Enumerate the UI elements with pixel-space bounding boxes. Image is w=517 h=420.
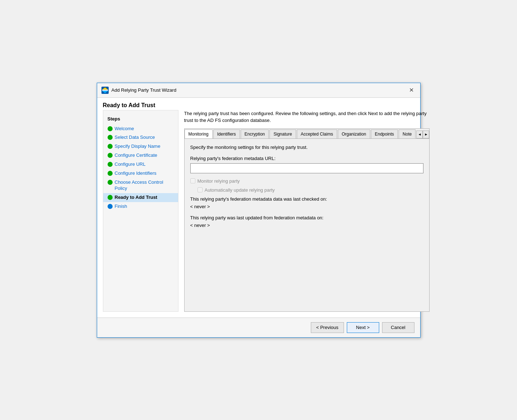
previous-button[interactable]: < Previous	[311, 322, 344, 333]
sidebar-label-finish: Finish	[115, 204, 127, 210]
titlebar-left: Add Relying Party Trust Wizard	[101, 87, 177, 94]
sidebar-label-configure-identifiers: Configure Identifiers	[115, 170, 157, 177]
monitor-checkbox-label: Monitor relying party	[198, 178, 240, 184]
sidebar-item-ready-to-add[interactable]: Ready to Add Trust	[103, 193, 178, 202]
dot-configure-certificate	[108, 153, 113, 158]
intro-text: The relying party trust has been configu…	[184, 110, 430, 124]
sidebar-item-configure-certificate[interactable]: Configure Certificate	[103, 151, 178, 160]
last-updated-value: < never >	[190, 223, 424, 228]
last-updated-label: This relying party was last updated from…	[190, 215, 424, 220]
url-field-label: Relying party's federation metadata URL:	[190, 156, 424, 161]
tab-identifiers[interactable]: Identifiers	[213, 129, 240, 138]
tab-monitoring[interactable]: Monitoring	[185, 129, 213, 139]
auto-update-checkbox[interactable]	[198, 187, 203, 192]
tab-notes[interactable]: Note	[399, 129, 416, 138]
sidebar-item-choose-access-control[interactable]: Choose Access Control Policy	[103, 178, 178, 193]
sidebar-label-select-data-source: Select Data Source	[115, 134, 155, 141]
tab-container: Monitoring Identifiers Encryption Signat…	[184, 128, 430, 312]
dot-choose-access-control	[108, 180, 113, 185]
wizard-icon	[101, 87, 109, 94]
sidebar-label-configure-certificate: Configure Certificate	[115, 152, 158, 159]
dot-configure-identifiers	[108, 171, 113, 176]
dialog-window: Add Relying Party Trust Wizard ✕ Ready t…	[97, 83, 421, 338]
sidebar-label-configure-url: Configure URL	[115, 161, 146, 168]
sidebar-label-specify-display-name: Specify Display Name	[115, 143, 160, 150]
next-button[interactable]: Next >	[347, 322, 379, 333]
dot-ready-to-add	[108, 195, 113, 200]
monitor-relying-party-checkbox[interactable]	[190, 178, 195, 183]
tab-accepted-claims[interactable]: Accepted Claims	[297, 129, 337, 138]
sidebar: Steps Welcome Select Data Source Specify…	[103, 110, 178, 312]
sidebar-item-configure-url[interactable]: Configure URL	[103, 160, 178, 169]
tab-description: Specify the monitoring settings for this…	[190, 145, 424, 150]
tab-bar: Monitoring Identifiers Encryption Signat…	[185, 129, 430, 139]
dot-select-data-source	[108, 135, 113, 140]
dialog-titlebar: Add Relying Party Trust Wizard ✕	[97, 83, 420, 98]
dot-specify-display-name	[108, 144, 113, 149]
sidebar-label-welcome: Welcome	[115, 126, 134, 132]
dialog-footer: < Previous Next > Cancel	[97, 318, 420, 337]
tab-organization[interactable]: Organization	[338, 129, 370, 138]
svg-rect-1	[102, 90, 108, 91]
page-title: Ready to Add Trust	[97, 98, 420, 110]
close-button[interactable]: ✕	[407, 86, 416, 95]
sidebar-label-ready-to-add: Ready to Add Trust	[115, 195, 158, 201]
dialog-title: Add Relying Party Trust Wizard	[112, 87, 177, 93]
monitor-checkbox-row: Monitor relying party	[190, 178, 424, 184]
sidebar-item-select-data-source[interactable]: Select Data Source	[103, 133, 178, 142]
tab-content-monitoring: Specify the monitoring settings for this…	[185, 139, 430, 311]
last-checked-value: < never >	[190, 204, 424, 209]
sidebar-item-finish[interactable]: Finish	[103, 202, 178, 211]
tab-signature[interactable]: Signature	[269, 129, 296, 138]
sidebar-header: Steps	[103, 115, 178, 124]
auto-update-checkbox-row: Automatically update relying party	[198, 187, 424, 193]
content-area: Steps Welcome Select Data Source Specify…	[97, 110, 420, 318]
sidebar-item-welcome[interactable]: Welcome	[103, 124, 178, 133]
cancel-button[interactable]: Cancel	[382, 322, 414, 333]
tab-endpoints[interactable]: Endpoints	[371, 129, 398, 138]
tab-next-button[interactable]: ►	[423, 131, 429, 138]
sidebar-label-choose-access-control: Choose Access Control Policy	[115, 179, 174, 192]
dot-finish	[108, 204, 113, 209]
dot-welcome	[108, 126, 113, 131]
sidebar-item-configure-identifiers[interactable]: Configure Identifiers	[103, 169, 178, 178]
tab-prev-button[interactable]: ◄	[416, 131, 423, 138]
last-checked-label: This relying party's federation metadata…	[190, 196, 424, 202]
auto-update-label: Automatically update relying party	[205, 187, 275, 193]
sidebar-item-specify-display-name[interactable]: Specify Display Name	[103, 142, 178, 151]
federation-metadata-url-input[interactable]	[190, 163, 424, 173]
dot-configure-url	[108, 162, 113, 167]
main-panel: The relying party trust has been configu…	[184, 110, 430, 312]
tab-encryption[interactable]: Encryption	[241, 129, 269, 138]
